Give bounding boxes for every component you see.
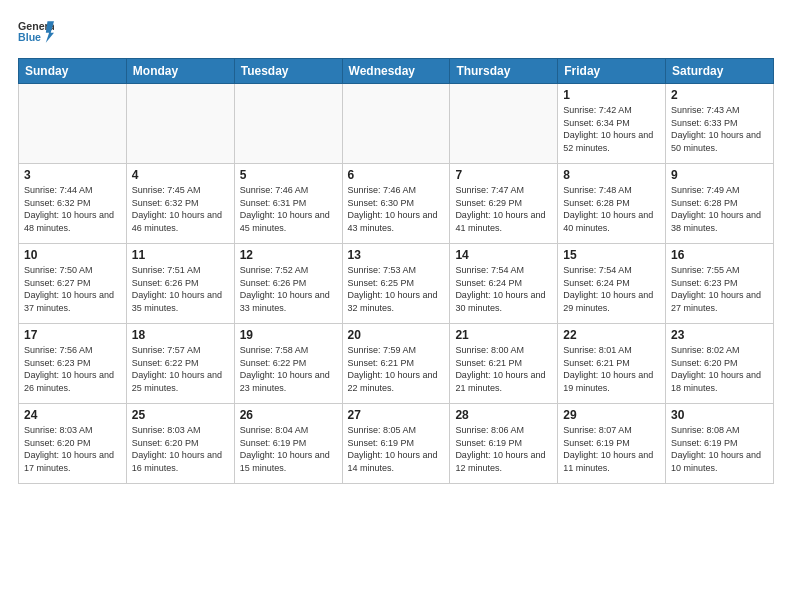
day-cell: 25Sunrise: 8:03 AM Sunset: 6:20 PM Dayli… — [126, 404, 234, 484]
day-number: 7 — [455, 168, 552, 182]
day-number: 28 — [455, 408, 552, 422]
day-number: 18 — [132, 328, 229, 342]
day-info: Sunrise: 7:44 AM Sunset: 6:32 PM Dayligh… — [24, 184, 121, 234]
day-cell: 16Sunrise: 7:55 AM Sunset: 6:23 PM Dayli… — [666, 244, 774, 324]
day-number: 26 — [240, 408, 337, 422]
day-number: 17 — [24, 328, 121, 342]
day-cell: 24Sunrise: 8:03 AM Sunset: 6:20 PM Dayli… — [19, 404, 127, 484]
day-cell: 23Sunrise: 8:02 AM Sunset: 6:20 PM Dayli… — [666, 324, 774, 404]
day-info: Sunrise: 7:52 AM Sunset: 6:26 PM Dayligh… — [240, 264, 337, 314]
day-info: Sunrise: 7:58 AM Sunset: 6:22 PM Dayligh… — [240, 344, 337, 394]
day-cell: 28Sunrise: 8:06 AM Sunset: 6:19 PM Dayli… — [450, 404, 558, 484]
day-number: 15 — [563, 248, 660, 262]
weekday-header-friday: Friday — [558, 59, 666, 84]
day-cell: 15Sunrise: 7:54 AM Sunset: 6:24 PM Dayli… — [558, 244, 666, 324]
day-number: 24 — [24, 408, 121, 422]
day-number: 6 — [348, 168, 445, 182]
day-number: 2 — [671, 88, 768, 102]
day-info: Sunrise: 7:46 AM Sunset: 6:31 PM Dayligh… — [240, 184, 337, 234]
day-cell: 8Sunrise: 7:48 AM Sunset: 6:28 PM Daylig… — [558, 164, 666, 244]
day-number: 13 — [348, 248, 445, 262]
day-cell: 2Sunrise: 7:43 AM Sunset: 6:33 PM Daylig… — [666, 84, 774, 164]
day-info: Sunrise: 7:59 AM Sunset: 6:21 PM Dayligh… — [348, 344, 445, 394]
day-info: Sunrise: 7:53 AM Sunset: 6:25 PM Dayligh… — [348, 264, 445, 314]
day-cell: 27Sunrise: 8:05 AM Sunset: 6:19 PM Dayli… — [342, 404, 450, 484]
day-info: Sunrise: 7:57 AM Sunset: 6:22 PM Dayligh… — [132, 344, 229, 394]
day-cell: 29Sunrise: 8:07 AM Sunset: 6:19 PM Dayli… — [558, 404, 666, 484]
day-info: Sunrise: 7:49 AM Sunset: 6:28 PM Dayligh… — [671, 184, 768, 234]
day-number: 21 — [455, 328, 552, 342]
day-cell: 10Sunrise: 7:50 AM Sunset: 6:27 PM Dayli… — [19, 244, 127, 324]
day-cell: 3Sunrise: 7:44 AM Sunset: 6:32 PM Daylig… — [19, 164, 127, 244]
day-cell: 26Sunrise: 8:04 AM Sunset: 6:19 PM Dayli… — [234, 404, 342, 484]
day-number: 8 — [563, 168, 660, 182]
day-cell: 12Sunrise: 7:52 AM Sunset: 6:26 PM Dayli… — [234, 244, 342, 324]
day-number: 19 — [240, 328, 337, 342]
day-number: 20 — [348, 328, 445, 342]
svg-marker-2 — [46, 21, 54, 42]
day-info: Sunrise: 7:48 AM Sunset: 6:28 PM Dayligh… — [563, 184, 660, 234]
day-info: Sunrise: 7:47 AM Sunset: 6:29 PM Dayligh… — [455, 184, 552, 234]
day-cell: 22Sunrise: 8:01 AM Sunset: 6:21 PM Dayli… — [558, 324, 666, 404]
day-info: Sunrise: 8:03 AM Sunset: 6:20 PM Dayligh… — [132, 424, 229, 474]
logo: General Blue — [18, 18, 54, 46]
day-info: Sunrise: 7:43 AM Sunset: 6:33 PM Dayligh… — [671, 104, 768, 154]
day-info: Sunrise: 7:50 AM Sunset: 6:27 PM Dayligh… — [24, 264, 121, 314]
day-number: 16 — [671, 248, 768, 262]
day-cell — [342, 84, 450, 164]
day-info: Sunrise: 8:07 AM Sunset: 6:19 PM Dayligh… — [563, 424, 660, 474]
svg-text:Blue: Blue — [18, 31, 41, 43]
day-cell — [234, 84, 342, 164]
day-number: 22 — [563, 328, 660, 342]
week-row-3: 10Sunrise: 7:50 AM Sunset: 6:27 PM Dayli… — [19, 244, 774, 324]
week-row-2: 3Sunrise: 7:44 AM Sunset: 6:32 PM Daylig… — [19, 164, 774, 244]
day-cell: 13Sunrise: 7:53 AM Sunset: 6:25 PM Dayli… — [342, 244, 450, 324]
logo-icon: General Blue — [18, 18, 54, 46]
day-info: Sunrise: 8:00 AM Sunset: 6:21 PM Dayligh… — [455, 344, 552, 394]
day-info: Sunrise: 7:46 AM Sunset: 6:30 PM Dayligh… — [348, 184, 445, 234]
day-cell — [19, 84, 127, 164]
day-number: 23 — [671, 328, 768, 342]
header: General Blue — [18, 18, 774, 46]
day-number: 1 — [563, 88, 660, 102]
day-cell: 1Sunrise: 7:42 AM Sunset: 6:34 PM Daylig… — [558, 84, 666, 164]
day-cell: 17Sunrise: 7:56 AM Sunset: 6:23 PM Dayli… — [19, 324, 127, 404]
day-number: 27 — [348, 408, 445, 422]
day-info: Sunrise: 7:45 AM Sunset: 6:32 PM Dayligh… — [132, 184, 229, 234]
day-number: 14 — [455, 248, 552, 262]
day-cell: 9Sunrise: 7:49 AM Sunset: 6:28 PM Daylig… — [666, 164, 774, 244]
day-number: 30 — [671, 408, 768, 422]
day-cell: 7Sunrise: 7:47 AM Sunset: 6:29 PM Daylig… — [450, 164, 558, 244]
day-info: Sunrise: 7:51 AM Sunset: 6:26 PM Dayligh… — [132, 264, 229, 314]
day-info: Sunrise: 8:05 AM Sunset: 6:19 PM Dayligh… — [348, 424, 445, 474]
day-number: 12 — [240, 248, 337, 262]
weekday-header-sunday: Sunday — [19, 59, 127, 84]
day-info: Sunrise: 8:02 AM Sunset: 6:20 PM Dayligh… — [671, 344, 768, 394]
day-info: Sunrise: 7:54 AM Sunset: 6:24 PM Dayligh… — [455, 264, 552, 314]
day-cell: 6Sunrise: 7:46 AM Sunset: 6:30 PM Daylig… — [342, 164, 450, 244]
day-number: 11 — [132, 248, 229, 262]
day-cell: 21Sunrise: 8:00 AM Sunset: 6:21 PM Dayli… — [450, 324, 558, 404]
weekday-header-tuesday: Tuesday — [234, 59, 342, 84]
day-cell: 11Sunrise: 7:51 AM Sunset: 6:26 PM Dayli… — [126, 244, 234, 324]
logo-area: General Blue — [18, 18, 54, 46]
day-number: 3 — [24, 168, 121, 182]
day-cell: 18Sunrise: 7:57 AM Sunset: 6:22 PM Dayli… — [126, 324, 234, 404]
week-row-4: 17Sunrise: 7:56 AM Sunset: 6:23 PM Dayli… — [19, 324, 774, 404]
weekday-header-monday: Monday — [126, 59, 234, 84]
day-number: 25 — [132, 408, 229, 422]
day-info: Sunrise: 7:56 AM Sunset: 6:23 PM Dayligh… — [24, 344, 121, 394]
day-info: Sunrise: 7:55 AM Sunset: 6:23 PM Dayligh… — [671, 264, 768, 314]
day-cell — [126, 84, 234, 164]
day-cell: 4Sunrise: 7:45 AM Sunset: 6:32 PM Daylig… — [126, 164, 234, 244]
day-info: Sunrise: 8:01 AM Sunset: 6:21 PM Dayligh… — [563, 344, 660, 394]
page: General Blue SundayMondayTuesdayWednesda… — [0, 0, 792, 494]
weekday-header-row: SundayMondayTuesdayWednesdayThursdayFrid… — [19, 59, 774, 84]
day-number: 29 — [563, 408, 660, 422]
day-cell — [450, 84, 558, 164]
day-info: Sunrise: 8:08 AM Sunset: 6:19 PM Dayligh… — [671, 424, 768, 474]
day-number: 5 — [240, 168, 337, 182]
day-info: Sunrise: 7:54 AM Sunset: 6:24 PM Dayligh… — [563, 264, 660, 314]
day-number: 9 — [671, 168, 768, 182]
calendar: SundayMondayTuesdayWednesdayThursdayFrid… — [18, 58, 774, 484]
